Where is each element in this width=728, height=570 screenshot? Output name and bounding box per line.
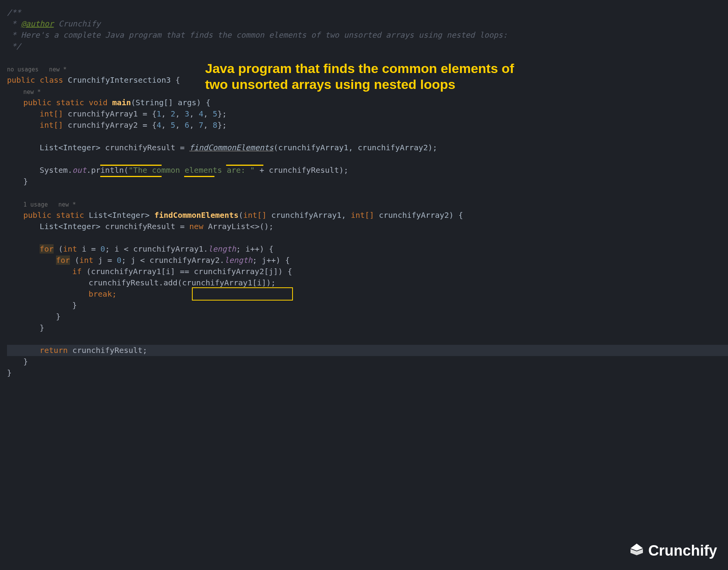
method-close: } <box>7 356 728 367</box>
if-close: } <box>7 300 728 311</box>
return-statement: return crunchifyResult; <box>7 345 728 356</box>
logo-icon <box>628 542 645 559</box>
inner-for-close: } <box>7 311 728 322</box>
array2-declaration: int[] crunchifyArray2 = {4, 5, 6, 7, 8}; <box>7 120 728 131</box>
comment-description: * Here's a complete Java program that fi… <box>7 30 728 41</box>
array1-declaration: int[] crunchifyArray1 = {1, 2, 3, 4, 5}; <box>7 108 728 120</box>
main-declaration: public static void main(String[] args) { <box>7 97 728 108</box>
comment-author: * @author Crunchify <box>7 18 728 30</box>
logo: Crunchify <box>628 540 717 561</box>
println-call: System.out.println("The common elements … <box>7 165 728 176</box>
method-hint: 1 usage new * <box>7 198 728 210</box>
comment-start: /** <box>7 7 728 18</box>
inner-for: for (int j = 0; j < crunchifyArray2.leng… <box>7 255 728 266</box>
class-close: } <box>7 367 728 379</box>
add-call: crunchifyResult.add(crunchifyArray1[i]); <box>7 277 728 288</box>
break-statement: break; <box>7 288 728 300</box>
outer-for: for (int i = 0; i < crunchifyArray1.leng… <box>7 243 728 255</box>
logo-text: Crunchify <box>648 540 717 561</box>
outer-for-close: } <box>7 322 728 334</box>
result-init: List<Integer> crunchifyResult = new Arra… <box>7 221 728 232</box>
comment-end: */ <box>7 41 728 52</box>
method-declaration: public static List<Integer> findCommonEl… <box>7 210 728 221</box>
result-call: List<Integer> crunchifyResult = findComm… <box>7 142 728 153</box>
annotation-overlay: Java program that finds the common eleme… <box>205 61 514 92</box>
if-statement: if (crunchifyArray1[i] == crunchifyArray… <box>7 266 728 277</box>
main-close: } <box>7 176 728 187</box>
